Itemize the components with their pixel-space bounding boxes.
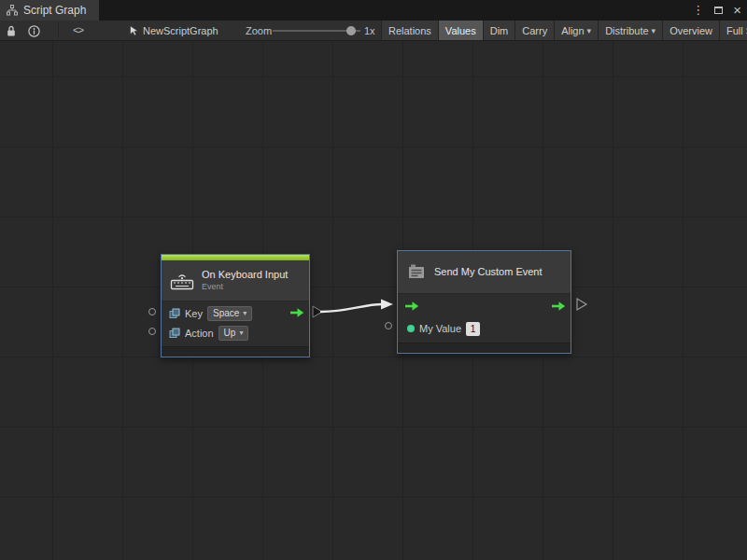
value-port-icon[interactable] bbox=[407, 325, 415, 332]
flow-arrow-icon[interactable] bbox=[404, 301, 419, 314]
lock-icon[interactable] bbox=[6, 21, 17, 41]
code-view-icon[interactable]: <> bbox=[73, 21, 83, 41]
node-subtitle: Event bbox=[202, 282, 288, 292]
node-footer bbox=[162, 346, 309, 357]
carry-button[interactable]: Carry bbox=[514, 21, 554, 41]
node-on-keyboard-input[interactable]: On Keyboard Input Event Key Space ▾ bbox=[161, 254, 310, 357]
maximize-icon[interactable] bbox=[714, 7, 723, 14]
port-row-flow bbox=[398, 296, 571, 318]
my-value-input-port[interactable] bbox=[385, 322, 392, 329]
chevron-down-icon: ▾ bbox=[587, 21, 592, 41]
zoom-slider-handle[interactable] bbox=[346, 26, 356, 35]
node-title: On Keyboard Input bbox=[202, 269, 288, 281]
flow-output-port[interactable] bbox=[313, 306, 322, 317]
fullscreen-button[interactable]: Full Screen bbox=[719, 21, 747, 41]
port-label: Action bbox=[185, 328, 214, 339]
chevron-down-icon: ▾ bbox=[239, 329, 243, 337]
distribute-dropdown-button[interactable]: Distribute▾ bbox=[598, 21, 662, 41]
flow-arrow-icon[interactable] bbox=[289, 307, 304, 320]
values-button[interactable]: Values bbox=[438, 21, 483, 41]
overview-button[interactable]: Overview bbox=[662, 21, 719, 41]
flow-output-port[interactable] bbox=[577, 299, 586, 310]
toolbar-separator bbox=[58, 23, 59, 38]
port-label: Key bbox=[185, 308, 203, 319]
graph-cursor-icon bbox=[129, 21, 139, 41]
port-label: My Value bbox=[419, 323, 461, 334]
port-row-key: Key Space ▾ bbox=[162, 303, 309, 323]
node-header: Send My Custom Event bbox=[398, 251, 571, 294]
object-icon bbox=[169, 308, 180, 319]
close-icon[interactable]: × bbox=[733, 0, 741, 21]
align-dropdown-button[interactable]: Align▾ bbox=[554, 21, 598, 41]
node-title: Send My Custom Event bbox=[434, 266, 543, 278]
my-value-input[interactable]: 1 bbox=[466, 322, 480, 336]
key-dropdown[interactable]: Space ▾ bbox=[207, 306, 252, 321]
tab-title: Script Graph bbox=[23, 4, 86, 17]
graph-name[interactable]: NewScriptGraph bbox=[143, 21, 218, 41]
tab-script-graph[interactable]: Script Graph bbox=[0, 0, 99, 21]
graph-canvas[interactable]: On Keyboard Input Event Key Space ▾ bbox=[0, 41, 747, 560]
port-row-my-value: My Value 1 bbox=[398, 318, 571, 339]
graph-toolbar: <> NewScriptGraph Zoom 1x Relations Valu… bbox=[0, 21, 747, 41]
kebab-menu-icon[interactable]: ⋮ bbox=[692, 0, 704, 21]
connection-arrowhead bbox=[381, 300, 393, 310]
node-send-my-custom-event[interactable]: Send My Custom Event bbox=[397, 250, 571, 354]
toolbar-buttons: Relations Values Dim Carry Align▾ Distri… bbox=[381, 21, 747, 41]
flow-arrow-icon[interactable] bbox=[551, 301, 566, 314]
script-graph-icon bbox=[7, 5, 18, 16]
zoom-label: Zoom bbox=[246, 21, 272, 41]
node-body: My Value 1 bbox=[398, 294, 571, 343]
relations-button[interactable]: Relations bbox=[381, 21, 438, 41]
node-body: Key Space ▾ bbox=[162, 301, 309, 346]
chevron-down-icon: ▾ bbox=[652, 21, 656, 41]
dim-button[interactable]: Dim bbox=[483, 21, 515, 41]
action-dropdown[interactable]: Up ▾ bbox=[218, 326, 249, 341]
action-input-port[interactable] bbox=[148, 328, 156, 335]
window-titlebar: Script Graph ⋮ × bbox=[0, 0, 747, 21]
node-footer bbox=[398, 343, 571, 353]
zoom-value: 1x bbox=[364, 21, 375, 41]
key-input-port[interactable] bbox=[148, 308, 156, 315]
connection-wire[interactable] bbox=[321, 304, 382, 312]
port-row-action: Action Up ▾ bbox=[162, 323, 309, 343]
chevron-down-icon: ▾ bbox=[243, 309, 247, 317]
info-icon[interactable] bbox=[28, 21, 40, 41]
custom-event-icon bbox=[406, 262, 427, 283]
node-header: On Keyboard Input Event bbox=[162, 260, 309, 301]
keyboard-icon bbox=[170, 272, 194, 290]
object-icon bbox=[169, 328, 180, 339]
connection-layer bbox=[0, 41, 747, 560]
